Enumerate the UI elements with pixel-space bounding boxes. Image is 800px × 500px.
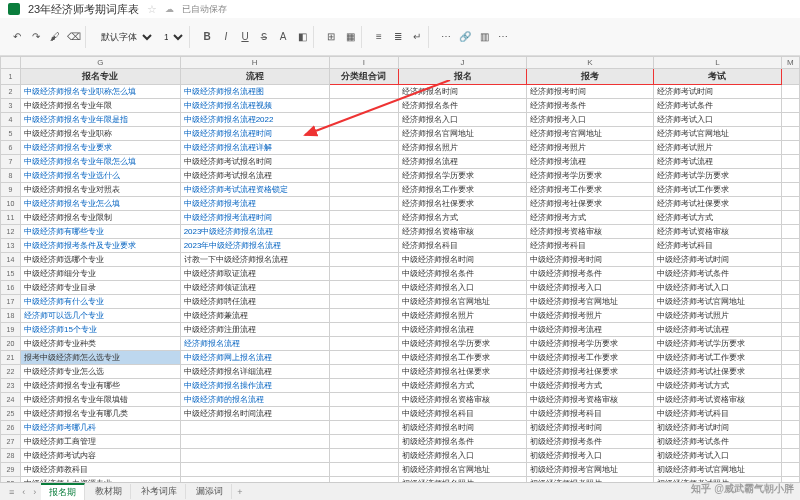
cell[interactable]: [781, 421, 799, 435]
col-J[interactable]: J: [399, 57, 526, 69]
cell[interactable]: 中级经济师报名专业职称: [21, 127, 181, 141]
cell[interactable]: [329, 169, 399, 183]
cell[interactable]: 经济师考试资格审核: [654, 225, 781, 239]
col-G[interactable]: G: [21, 57, 181, 69]
cell[interactable]: 中级经济师考试工作要求: [654, 351, 781, 365]
cell[interactable]: 中级经济师考试时间: [654, 253, 781, 267]
link-button[interactable]: 🔗: [457, 29, 473, 45]
cell[interactable]: 中级经济师网上报名流程: [180, 351, 329, 365]
cell[interactable]: 中级经济师报考入口: [526, 281, 653, 295]
cell[interactable]: 中级经济师工商管理: [21, 435, 181, 449]
col-K[interactable]: K: [526, 57, 653, 69]
cell[interactable]: 中级经济师选哪个专业: [21, 253, 181, 267]
cell[interactable]: 中级经济师报名照片: [399, 309, 526, 323]
cell[interactable]: 中级经济师报名社保要求: [399, 365, 526, 379]
cell[interactable]: 经济师考试时间: [654, 85, 781, 99]
cell[interactable]: 中级经济师报考学历要求: [526, 337, 653, 351]
cell[interactable]: 中级经济师报考照片: [526, 309, 653, 323]
cell[interactable]: [329, 267, 399, 281]
cell[interactable]: 中级经济师报名学历要求: [399, 337, 526, 351]
cell[interactable]: 初级经济师报考条件: [526, 435, 653, 449]
cell[interactable]: 中级经济师有什么专业: [21, 295, 181, 309]
cell[interactable]: 中级经济师报考方式: [526, 379, 653, 393]
merge-button[interactable]: ▦: [342, 29, 358, 45]
cell[interactable]: 经济师报名社保要求: [399, 197, 526, 211]
cell[interactable]: 经济师考试入口: [654, 113, 781, 127]
cell[interactable]: 经济师考试官网地址: [654, 127, 781, 141]
cell[interactable]: 中级经济师考哪几科: [21, 421, 181, 435]
header-k[interactable]: 报考: [526, 69, 653, 85]
cell[interactable]: 中级经济师考试社保要求: [654, 365, 781, 379]
cell[interactable]: 初级经济师考试入口: [654, 449, 781, 463]
cell[interactable]: 中级经济师报名条件: [399, 267, 526, 281]
cell[interactable]: 中级经济师报名资格审核: [399, 393, 526, 407]
cell[interactable]: 经济师报考照片: [526, 141, 653, 155]
cell[interactable]: 经济师考试照片: [654, 141, 781, 155]
cell[interactable]: 经济师报考条件: [526, 99, 653, 113]
cell[interactable]: [329, 99, 399, 113]
header-h[interactable]: 流程: [180, 69, 329, 85]
cell[interactable]: 中级经济师报考社保要求: [526, 365, 653, 379]
cell[interactable]: 中级经济师报名专业对照表: [21, 183, 181, 197]
align-left-button[interactable]: ≡: [371, 29, 387, 45]
bold-button[interactable]: B: [199, 29, 215, 45]
cell[interactable]: 中级经济师报名时间流程: [180, 407, 329, 421]
cell[interactable]: 经济师考试条件: [654, 99, 781, 113]
cell[interactable]: 中级经济师的报名流程: [180, 393, 329, 407]
cell[interactable]: 中级经济师考试报名流程: [180, 169, 329, 183]
cell[interactable]: 中级经济师报考流程: [180, 197, 329, 211]
cell[interactable]: 经济师考试工作要求: [654, 183, 781, 197]
cell[interactable]: [781, 337, 799, 351]
cell[interactable]: 中级经济师报名工作要求: [399, 351, 526, 365]
cell[interactable]: [329, 421, 399, 435]
cell[interactable]: 2023年中级经济师报名流程: [180, 239, 329, 253]
cell[interactable]: 中级经济师考试流程资格锁定: [180, 183, 329, 197]
cell[interactable]: 经济师报名时间: [399, 85, 526, 99]
cell[interactable]: 经济师报考流程: [526, 155, 653, 169]
cell[interactable]: 初级经济师考试条件: [654, 435, 781, 449]
header-l[interactable]: 考试: [654, 69, 781, 85]
cell[interactable]: [781, 351, 799, 365]
cell[interactable]: [329, 309, 399, 323]
cell[interactable]: 中级经济师报名专业限制: [21, 211, 181, 225]
cell[interactable]: 中级经济师领证流程: [180, 281, 329, 295]
cell[interactable]: [180, 463, 329, 477]
cell[interactable]: 经济师考试社保要求: [654, 197, 781, 211]
cell[interactable]: [781, 449, 799, 463]
cell[interactable]: 经济师报名照片: [399, 141, 526, 155]
cell[interactable]: 报考中级经济师怎么选专业: [21, 351, 181, 365]
cell[interactable]: [329, 239, 399, 253]
cell[interactable]: [781, 253, 799, 267]
cell[interactable]: 中级经济师报名专业年限: [21, 99, 181, 113]
cell[interactable]: [781, 281, 799, 295]
cell[interactable]: [781, 141, 799, 155]
cell[interactable]: 经济师报名条件: [399, 99, 526, 113]
cell[interactable]: [329, 141, 399, 155]
cell[interactable]: 中级经济师考试报名时间: [180, 155, 329, 169]
cell[interactable]: [329, 407, 399, 421]
cell[interactable]: 中级经济师报考科目: [526, 407, 653, 421]
cell[interactable]: [329, 127, 399, 141]
cell[interactable]: 经济师报名学历要求: [399, 169, 526, 183]
cell[interactable]: 中级经济师报名专业有哪些: [21, 379, 181, 393]
cell[interactable]: 中级经济师报考流程时间: [180, 211, 329, 225]
cell[interactable]: 经济师考试方式: [654, 211, 781, 225]
col-M[interactable]: M: [781, 57, 799, 69]
cell[interactable]: [781, 239, 799, 253]
cell[interactable]: 中级经济师报名专业要求: [21, 141, 181, 155]
wrap-button[interactable]: ↵: [409, 29, 425, 45]
tab-add-button[interactable]: +: [234, 487, 245, 497]
cell[interactable]: [781, 211, 799, 225]
cell[interactable]: 经济师报名方式: [399, 211, 526, 225]
cell[interactable]: 经济师可以选几个专业: [21, 309, 181, 323]
cell[interactable]: 初级经济师报名条件: [399, 435, 526, 449]
cell[interactable]: 经济师报考资格审核: [526, 225, 653, 239]
cell[interactable]: 中级经济师报名操作流程: [180, 379, 329, 393]
cell[interactable]: 中级经济师考试科目: [654, 407, 781, 421]
spreadsheet-grid[interactable]: G H I J K L M 1 报名专业 流程 分类组合词 报名 报考 考试 2…: [0, 56, 800, 482]
cell[interactable]: 中级经济师考试方式: [654, 379, 781, 393]
tab-list-button[interactable]: ≡: [6, 487, 17, 497]
cell[interactable]: 中级经济师考试内容: [21, 449, 181, 463]
fontsize-select[interactable]: 10: [158, 30, 186, 44]
cell[interactable]: [781, 407, 799, 421]
